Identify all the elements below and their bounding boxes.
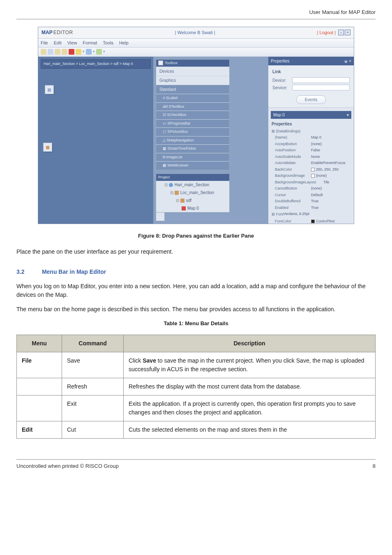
prop-category[interactable]: ⊞ (DataBindings) — [271, 128, 351, 135]
table-cell: Refresh — [62, 378, 124, 395]
toolbox-panel: Toolbox Devices Graphics Standard A SLab… — [156, 59, 230, 170]
toolbar-cut-icon[interactable] — [48, 49, 53, 55]
prop-val[interactable]: ControlText — [311, 219, 351, 224]
toolbar-delete-icon[interactable] — [69, 49, 74, 55]
menu-edit[interactable]: Edit — [54, 39, 62, 46]
propgrid-header: Properties — [271, 120, 351, 128]
menu-format[interactable]: Format — [83, 39, 97, 46]
close-panel-icon[interactable]: × — [349, 59, 351, 63]
toolbox-header: Toolbox — [156, 60, 229, 67]
close-icon[interactable]: × — [345, 30, 350, 35]
tree-node-icon[interactable] — [45, 85, 54, 94]
toolbar-undo-icon[interactable] — [86, 49, 92, 55]
prop-val[interactable]: None — [311, 154, 351, 160]
prop-val[interactable]: Verdana, 8.25pt — [284, 211, 351, 218]
prop-category[interactable]: ⊞ Font — [271, 211, 284, 218]
menubar: File Edit View Format Tools Help — [38, 39, 354, 48]
project-item[interactable]: ⊟ Hari_main_Section — [156, 181, 229, 189]
menu-tools[interactable]: Tools — [103, 39, 113, 46]
panel-pin-icon[interactable] — [156, 212, 165, 221]
prop-val[interactable]: (none) — [311, 141, 351, 147]
menu-file[interactable]: File — [41, 39, 48, 46]
toolbox-item[interactable]: ⧉ ImageList — [156, 153, 229, 162]
toolbox-item[interactable]: A SLabel — [156, 94, 229, 102]
prop-val[interactable]: (none) — [311, 173, 351, 179]
prop-val[interactable]: 250, 250, 250 — [311, 167, 351, 173]
table-row: Exit Exits the application. If a project… — [17, 395, 376, 421]
prop-key: DoubleBuffered — [271, 199, 311, 204]
toolbox-devices[interactable]: Devices — [156, 67, 229, 76]
menu-help[interactable]: Help — [119, 39, 129, 46]
device-input[interactable] — [292, 77, 350, 83]
link-label: Link — [272, 69, 350, 75]
toolbar-paste-icon[interactable] — [62, 49, 67, 55]
device-label: Device: — [272, 77, 292, 83]
toolbox-standard[interactable]: Standard — [156, 85, 229, 94]
project-item[interactable]: Map 0 — [156, 204, 229, 212]
section-number: 3.2 — [16, 268, 40, 276]
prop-key: AutoPosition — [271, 148, 311, 153]
events-button[interactable]: Events — [296, 95, 326, 104]
prop-key: BackColor — [271, 167, 311, 173]
prop-val[interactable]: False — [311, 148, 351, 153]
toolbox-item[interactable]: ▢ SPictureBox — [156, 127, 229, 136]
tree-panel: Hari_main_Section > Loc_main_Section > s… — [38, 57, 153, 224]
table-cell: Cuts the selected elements on the map an… — [124, 421, 376, 439]
object-selector[interactable]: Map 0▾ — [271, 111, 351, 119]
toolbar: ▾ ▾ ▾ — [38, 48, 354, 57]
prop-val[interactable]: Map 0 — [311, 135, 351, 141]
toolbox-graphics[interactable]: Graphics — [156, 76, 229, 85]
properties-header: Properties ⬙ × — [268, 57, 354, 65]
toolbar-new-icon[interactable] — [41, 49, 46, 55]
prop-key: BackgroundImageLayout — [271, 180, 323, 185]
project-item[interactable]: ⊟ Loc_main_Section — [156, 189, 229, 197]
toolbox-item[interactable]: ☑ SCheckBox — [156, 111, 229, 119]
toolbox-item[interactable]: ▦ WebBrowser — [156, 161, 229, 170]
toolbar-redo-icon[interactable] — [96, 49, 102, 55]
toolbar-copy-icon[interactable] — [55, 49, 60, 55]
footer-page-number: 8 — [373, 462, 376, 470]
toolbox-item[interactable]: ▭ SProgressBar — [156, 119, 229, 128]
figure-caption: Figure 8: Drop Panes against the Earlier… — [16, 232, 376, 240]
prop-key: Cursor — [271, 192, 311, 198]
menu-view[interactable]: View — [67, 39, 77, 46]
logout-link[interactable]: | Logout | — [317, 29, 336, 36]
toolbox-item[interactable]: △ SMapNavigation — [156, 136, 229, 145]
table-cell: Refreshes the display with the most curr… — [124, 378, 376, 395]
prop-val[interactable]: Default — [311, 192, 351, 198]
prop-val[interactable]: True — [311, 199, 351, 204]
prop-val[interactable]: Tile — [323, 180, 351, 185]
table-cell: Exits the application. If a project is c… — [124, 395, 376, 421]
table-cell: File — [17, 352, 62, 378]
section-heading: 3.2 Menu Bar in Map Editor — [16, 268, 376, 276]
project-item[interactable]: ⊟ sdf — [156, 197, 229, 204]
prop-key: AcceptButton — [271, 141, 311, 147]
footer-left: Uncontrolled when printed © RISCO Group — [16, 462, 119, 470]
prop-val[interactable]: (none) — [311, 186, 351, 192]
center-panel: Toolbox Devices Graphics Standard A SLab… — [153, 57, 268, 224]
minimize-icon[interactable]: – — [338, 30, 344, 35]
table-cell: Click Save to save the map in the curren… — [124, 352, 376, 378]
service-input[interactable] — [292, 85, 350, 90]
table-cell: Save — [62, 352, 124, 378]
dropdown-icon[interactable]: ▾ — [347, 112, 349, 118]
project-panel: Project ⊟ Hari_main_Section ⊟ Loc_main_S… — [156, 173, 230, 213]
table-row: File Save Click Save to save the map in … — [17, 352, 376, 378]
section-title: Menu Bar in Map Editor — [42, 268, 106, 275]
toolbox-item[interactable]: abl STextBox — [156, 102, 229, 111]
prop-key: AutoValidate — [271, 160, 311, 166]
figure-container: MAP EDITOR | Welcome B Swati | | Logout … — [16, 27, 376, 227]
brand-editor: EDITOR — [53, 29, 73, 36]
prop-val[interactable]: EnablePreventFocus — [311, 160, 351, 166]
paragraph: Place the pane on the user interface as … — [16, 247, 376, 256]
tree-node-icon[interactable] — [43, 143, 52, 152]
toolbox-item[interactable]: ▦ SDateTimePicker — [156, 144, 229, 153]
table-row: Refresh Refreshes the display with the m… — [17, 378, 376, 395]
toolbar-hint-icon[interactable] — [76, 49, 81, 55]
brand-map: MAP — [42, 29, 53, 36]
prop-val[interactable]: True — [311, 205, 351, 211]
welcome-text: | Welcome B Swati | — [73, 29, 317, 36]
app-screenshot: MAP EDITOR | Welcome B Swati | | Logout … — [38, 27, 354, 224]
table-row: Edit Cut Cuts the selected elements on t… — [17, 421, 376, 439]
pin-icon[interactable]: ⬙ — [344, 59, 348, 63]
